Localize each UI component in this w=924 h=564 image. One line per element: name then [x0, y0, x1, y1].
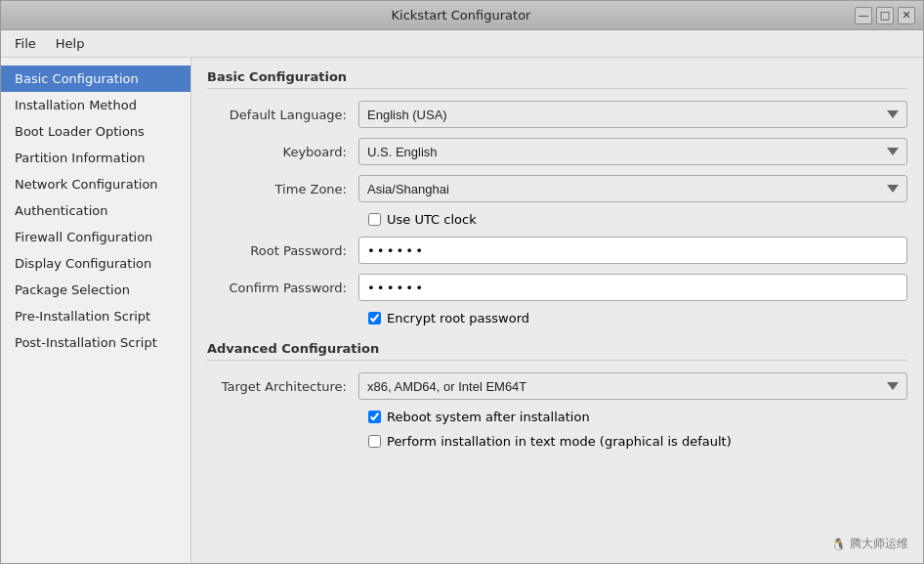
- timezone-label: Time Zone:: [207, 182, 358, 196]
- main-panel: Basic Configuration Default Language: En…: [191, 58, 923, 563]
- text-mode-checkbox[interactable]: [368, 435, 381, 448]
- menu-help[interactable]: Help: [46, 32, 95, 55]
- target-arch-label: Target Architecture:: [207, 379, 358, 394]
- text-mode-row: Perform installation in text mode (graph…: [368, 434, 907, 449]
- sidebar-item-boot-loader-options[interactable]: Boot Loader Options: [1, 118, 190, 145]
- watermark: 🐧 腾大师运维: [831, 536, 908, 552]
- confirm-password-group: Confirm Password:: [207, 274, 907, 301]
- root-password-group: Root Password:: [207, 237, 907, 264]
- sidebar-item-pre-installation-script[interactable]: Pre-Installation Script: [1, 303, 190, 329]
- target-arch-select[interactable]: x86, AMD64, or Intel EM64T: [358, 372, 907, 400]
- confirm-password-label: Confirm Password:: [207, 281, 358, 295]
- basic-config-title: Basic Configuration: [207, 69, 907, 89]
- sidebar-item-partition-information[interactable]: Partition Information: [1, 145, 190, 171]
- watermark-icon: 🐧: [831, 538, 846, 551]
- timezone-group: Time Zone: Asia/Shanghai: [207, 175, 907, 202]
- keyboard-label: Keyboard:: [207, 145, 358, 159]
- timezone-select[interactable]: Asia/Shanghai: [358, 175, 907, 202]
- text-mode-label: Perform installation in text mode (graph…: [387, 434, 732, 449]
- reboot-row: Reboot system after installation: [368, 410, 907, 424]
- sidebar-item-display-configuration[interactable]: Display Configuration: [1, 250, 190, 277]
- close-button[interactable]: ✕: [898, 7, 915, 24]
- maximize-button[interactable]: □: [876, 7, 894, 24]
- sidebar-item-installation-method[interactable]: Installation Method: [1, 92, 190, 118]
- advanced-config-title: Advanced Configuration: [207, 341, 907, 361]
- window-controls: — □ ✕: [855, 7, 915, 24]
- default-language-select[interactable]: English (USA): [358, 101, 907, 128]
- utc-clock-label: Use UTC clock: [387, 212, 477, 227]
- minimize-button[interactable]: —: [855, 7, 872, 24]
- default-language-label: Default Language:: [207, 108, 358, 122]
- watermark-text: 腾大师运维: [850, 536, 908, 552]
- target-arch-group: Target Architecture: x86, AMD64, or Inte…: [207, 372, 907, 400]
- menu-bar: File Help: [1, 30, 923, 58]
- sidebar-item-authentication[interactable]: Authentication: [1, 197, 190, 224]
- default-language-group: Default Language: English (USA): [207, 101, 907, 128]
- utc-clock-row: Use UTC clock: [368, 212, 907, 227]
- encrypt-checkbox[interactable]: [368, 312, 381, 325]
- menu-file[interactable]: File: [5, 32, 46, 55]
- encrypt-row: Encrypt root password: [368, 311, 907, 325]
- root-password-label: Root Password:: [207, 243, 358, 258]
- encrypt-label: Encrypt root password: [387, 311, 529, 325]
- sidebar: Basic Configuration Installation Method …: [1, 58, 191, 563]
- reboot-checkbox[interactable]: [368, 411, 381, 423]
- keyboard-select[interactable]: U.S. English: [358, 138, 907, 165]
- sidebar-item-basic-configuration[interactable]: Basic Configuration: [1, 65, 190, 92]
- reboot-label: Reboot system after installation: [387, 410, 590, 424]
- keyboard-group: Keyboard: U.S. English: [207, 138, 907, 165]
- main-window: Kickstart Configurator — □ ✕ File Help B…: [0, 0, 924, 564]
- sidebar-item-package-selection[interactable]: Package Selection: [1, 277, 190, 303]
- sidebar-item-network-configuration[interactable]: Network Configuration: [1, 171, 190, 197]
- sidebar-item-firewall-configuration[interactable]: Firewall Configuration: [1, 224, 190, 250]
- advanced-config-section: Advanced Configuration Target Architectu…: [207, 341, 907, 449]
- utc-clock-checkbox[interactable]: [368, 213, 381, 226]
- content-area: Basic Configuration Installation Method …: [1, 58, 923, 563]
- confirm-password-input[interactable]: [358, 274, 907, 301]
- root-password-input[interactable]: [358, 237, 907, 264]
- title-bar: Kickstart Configurator — □ ✕: [1, 1, 923, 30]
- sidebar-item-post-installation-script[interactable]: Post-Installation Script: [1, 329, 190, 356]
- window-title: Kickstart Configurator: [67, 8, 855, 22]
